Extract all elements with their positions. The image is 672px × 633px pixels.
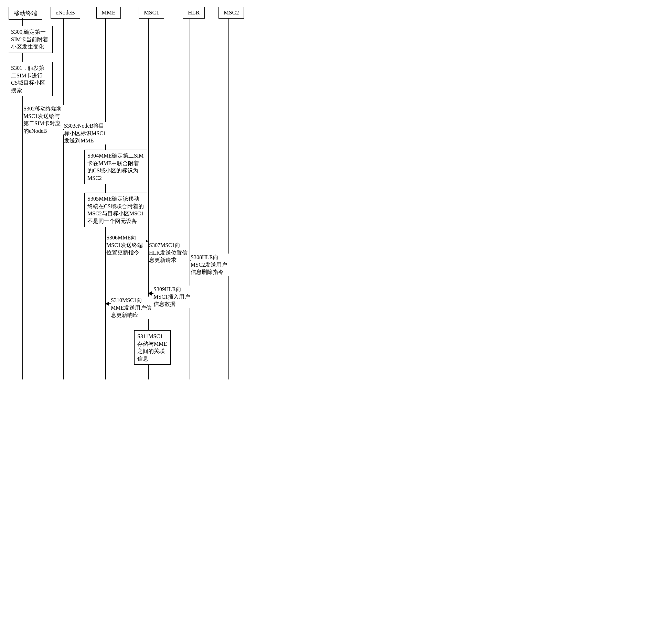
box-s301: S301，触发第二SIM卡进行CS域目标小区搜索 [8,62,53,96]
label-s307: S307MSC1向HLR发送位置信息更新请求 [149,242,190,264]
participant-hlr: HLR [183,7,205,19]
label-s303: S303eNodeB将目标小区标识MSC1发送到MME [64,122,107,144]
box-s300: S300,确定第一SIM卡当前附着小区发生变化 [8,26,53,53]
label-s308: S308HLR向MSC2发送用户信息删除指令 [191,254,231,276]
sequence-diagram: 移动终端 eNodeB MME MSC1 HLR MSC2 S300,确定第一S… [7,7,403,382]
box-s311: S311MSC1存储与MME之间的关联信息 [134,330,171,365]
lifeline-hlr [190,18,190,379]
box-s304: S304MME确定第二SIM卡在MME中联合附着的CS域小区的标识为MSC2 [84,150,147,184]
label-s302: S302移动终端将MSC1发送给与第二SIM卡对应的eNodeB [23,105,65,135]
participant-mme: MME [96,7,121,19]
participant-terminal: 移动终端 [9,7,42,20]
lifeline-msc2 [228,18,229,379]
participant-msc1: MSC1 [139,7,164,19]
label-s306: S306MME向MSC1发送终端位置更新指令 [106,234,146,256]
box-s305: S305MME确定该移动终端在CS域联合附着的MSC2与目标小区MSC1不是同一… [84,193,147,227]
lifeline-msc1 [148,18,149,379]
participant-enodeb: eNodeB [51,7,80,19]
label-s309: S309HLR向MSC1插入用户信息数据 [153,286,194,308]
label-s310: S310MSC1向MME发送用户信息更新响应 [111,297,153,319]
lifeline-enodeb [63,18,64,379]
participant-msc2: MSC2 [218,7,244,19]
